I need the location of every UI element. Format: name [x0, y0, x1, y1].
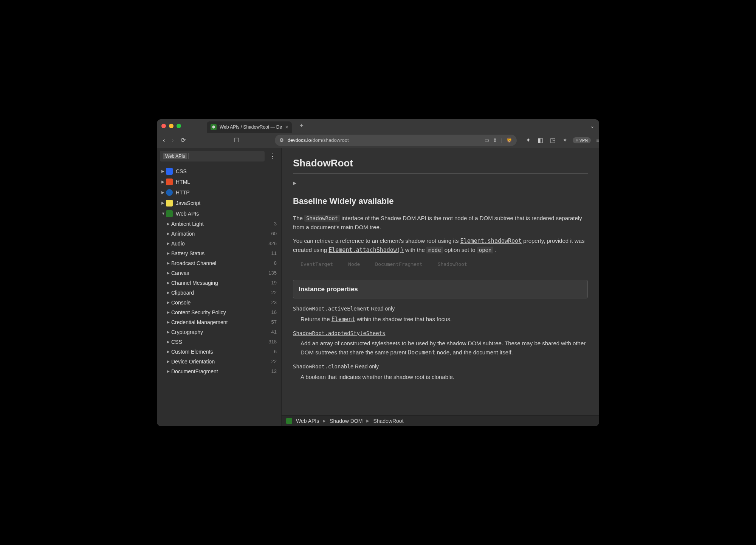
back-button[interactable]: ‹ — [161, 135, 166, 145]
sidebar-search-input[interactable]: Web APIs — [160, 151, 265, 161]
js-icon — [166, 200, 173, 207]
bookmark-icon[interactable]: ☐ — [232, 135, 241, 145]
search-filter-pill[interactable]: Web APIs — [163, 153, 187, 159]
sidebar-item-custom-elements[interactable]: ▶Custom Elements6 — [157, 347, 281, 357]
sidebar-item-credential-management[interactable]: ▶Credential Management57 — [157, 317, 281, 327]
link-element-attachshadow[interactable]: Element.attachShadow() — [328, 247, 404, 253]
sidebar-item-count: 41 — [271, 329, 277, 335]
sidebar-item-count: 11 — [271, 250, 277, 256]
titlebar: ⬢ Web APIs / ShadowRoot — De × + ⌄ — [157, 119, 599, 133]
sidebar-item-content-security-policy[interactable]: ▶Content Security Policy16 — [157, 307, 281, 317]
sidebar-item-broadcast-channel[interactable]: ▶Broadcast Channel8 — [157, 258, 281, 268]
chain-item[interactable]: DocumentFragment — [375, 261, 422, 269]
http-icon — [166, 189, 173, 196]
chevron-icon: ▶ — [167, 340, 171, 344]
tabs-dropdown-icon[interactable]: ⌄ — [590, 123, 595, 129]
sidebar-item-label: CSS — [171, 339, 268, 345]
sidebar-item-count: 22 — [271, 290, 277, 295]
url-bar[interactable]: ⚙ devdocs.io/dom/shadowroot ▭ ⇪ | 🦁 — [275, 135, 517, 146]
sidebar-item-count: 60 — [271, 231, 277, 236]
chain-item[interactable]: ShadowRoot — [438, 261, 467, 269]
property-description: Returns the Element within the shadow tr… — [301, 315, 588, 324]
sidebar-doc-web-apis[interactable]: ▼Web APIs — [157, 208, 281, 219]
property-link[interactable]: ShadowRoot.adoptedStyleSheets — [293, 330, 385, 336]
sidebar-item-label: JavaScript — [176, 200, 277, 206]
sidebar-item-documentfragment[interactable]: ▶DocumentFragment12 — [157, 366, 281, 376]
sidebar-doc-html[interactable]: ▶HTML — [157, 177, 281, 187]
chevron-icon: ▶ — [161, 190, 166, 194]
ai-icon[interactable]: ✧ — [561, 135, 569, 145]
sidebar-item-canvas[interactable]: ▶Canvas135 — [157, 268, 281, 278]
intro-paragraph-2: You can retrieve a reference to an eleme… — [293, 236, 588, 255]
breadcrumb-bar: Web APIs ▶ Shadow DOM ▶ ShadowRoot — [282, 415, 599, 426]
chevron-icon: ▶ — [167, 359, 171, 363]
property-entry: ShadowRoot.adoptedStyleSheetsAdd an arra… — [293, 329, 588, 357]
html-icon — [166, 179, 173, 185]
property-entry: ShadowRoot.clonable Read onlyA boolean t… — [293, 362, 588, 381]
shield-icon[interactable]: 🦁 — [506, 137, 512, 143]
new-tab-button[interactable]: + — [295, 122, 308, 130]
chevron-icon: ▼ — [161, 211, 166, 216]
inline-link[interactable]: Document — [408, 349, 435, 356]
sidebar-item-label: Device Orientation — [171, 359, 271, 365]
sidebar-item-label: Animation — [171, 231, 271, 237]
property-link[interactable]: ShadowRoot.activeElement — [293, 306, 369, 312]
share-icon[interactable]: ⇪ — [493, 137, 497, 143]
chain-item[interactable]: Node — [348, 261, 360, 269]
minimize-window-button[interactable] — [169, 124, 174, 128]
sidebar-menu-icon[interactable]: ⋮ — [267, 152, 278, 160]
chevron-icon: ▶ — [161, 201, 166, 205]
sidebar-item-label: Broadcast Channel — [171, 260, 274, 266]
inline-link[interactable]: Element — [332, 316, 355, 323]
chevron-icon: ▶ — [167, 222, 171, 226]
forward-button[interactable]: › — [170, 135, 175, 145]
crumb-0[interactable]: Web APIs — [296, 418, 319, 424]
chain-item[interactable]: EventTarget — [301, 261, 333, 269]
inheritance-chain: EventTargetNodeDocumentFragmentShadowRoo… — [301, 261, 588, 269]
sidebar-item-device-orientation[interactable]: ▶Device Orientation22 — [157, 357, 281, 366]
browser-tab[interactable]: ⬢ Web APIs / ShadowRoot — De × — [207, 121, 292, 133]
tab-close-icon[interactable]: × — [285, 124, 288, 130]
wallet-icon[interactable]: ◳ — [548, 135, 557, 145]
sidebar-item-label: Custom Elements — [171, 349, 274, 355]
sidebar-item-count: 326 — [268, 241, 277, 246]
vpn-pill[interactable]: VPN — [573, 137, 591, 143]
sidebar-item-clipboard[interactable]: ▶Clipboard22 — [157, 288, 281, 298]
extensions-icon[interactable]: ✦ — [524, 135, 532, 145]
sidebar-item-css[interactable]: ▶CSS318 — [157, 337, 281, 347]
sidebar-item-label: Web APIs — [176, 211, 277, 217]
site-settings-icon[interactable]: ⚙ — [279, 137, 284, 143]
property-link[interactable]: ShadowRoot.clonable — [293, 363, 353, 370]
doc-content[interactable]: ShadowRoot ▶ Baseline Widely available T… — [282, 148, 599, 415]
crumb-1[interactable]: Shadow DOM — [330, 418, 363, 424]
maximize-window-button[interactable] — [177, 124, 181, 128]
hamburger-menu-icon[interactable]: ≡ — [595, 135, 599, 145]
tab-title: Web APIs / ShadowRoot — De — [220, 124, 282, 130]
crumb-2[interactable]: ShadowRoot — [373, 418, 403, 424]
link-element-shadowroot[interactable]: Element.shadowRoot — [460, 238, 522, 244]
sidebar-item-battery-status[interactable]: ▶Battery Status11 — [157, 248, 281, 258]
close-window-button[interactable] — [161, 124, 166, 128]
sidebar-toggle-icon[interactable]: ◧ — [536, 135, 545, 145]
sidebar-item-label: Cryptography — [171, 329, 271, 335]
reload-button[interactable]: ⟳ — [179, 135, 187, 145]
doc-wrap: ShadowRoot ▶ Baseline Widely available T… — [282, 148, 599, 426]
sidebar-doc-http[interactable]: ▶HTTP — [157, 187, 281, 198]
sidebar-item-ambient-light[interactable]: ▶Ambient Light3 — [157, 219, 281, 229]
sidebar-doc-javascript[interactable]: ▶JavaScript — [157, 198, 281, 208]
chevron-icon: ▶ — [167, 281, 171, 285]
sidebar-item-audio[interactable]: ▶Audio326 — [157, 239, 281, 248]
sidebar-item-channel-messaging[interactable]: ▶Channel Messaging19 — [157, 278, 281, 288]
chevron-icon: ▶ — [167, 271, 171, 275]
desktop-icon[interactable]: ▭ — [485, 137, 489, 143]
code-open: open — [477, 247, 494, 253]
sidebar-item-animation[interactable]: ▶Animation60 — [157, 229, 281, 239]
sidebar-doc-css[interactable]: ▶CSS — [157, 166, 281, 177]
disclosure-toggle[interactable]: ▶ — [293, 180, 588, 187]
chevron-icon: ▶ — [167, 349, 171, 354]
sidebar-tree[interactable]: ▶CSS▶HTML▶HTTP▶JavaScript▼Web APIs▶Ambie… — [157, 165, 281, 426]
sidebar-item-count: 318 — [268, 339, 277, 345]
sidebar-item-count: 8 — [274, 260, 277, 266]
sidebar-item-console[interactable]: ▶Console23 — [157, 298, 281, 307]
sidebar-item-cryptography[interactable]: ▶Cryptography41 — [157, 327, 281, 337]
